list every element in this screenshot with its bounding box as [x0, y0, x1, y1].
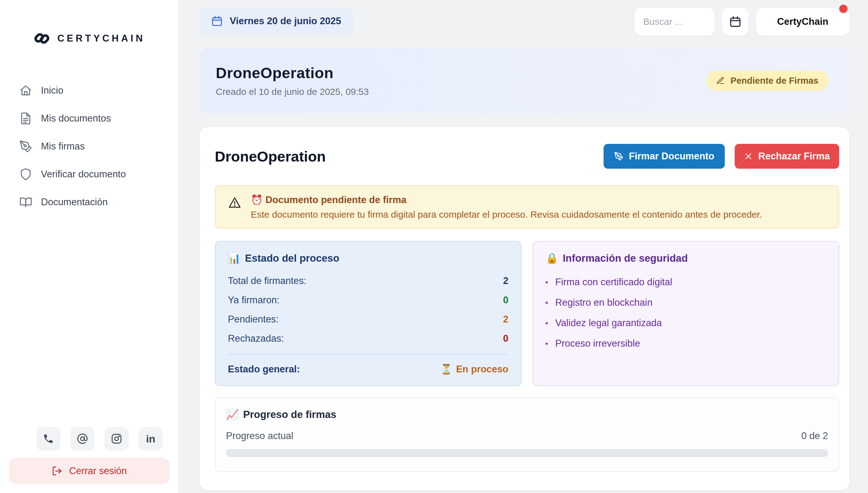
logout-label: Cerrar sesión [69, 466, 127, 476]
x-icon [744, 152, 753, 160]
security-info-panel: 🔒 Información de seguridad Firma con cer… [533, 241, 839, 386]
sidebar: CERTYCHAIN Inicio Mis documentos [0, 0, 178, 493]
progress-count: 0 de 2 [801, 430, 828, 442]
sidebar-item-label: Verificar documento [41, 169, 126, 180]
security-list: Firma con certificado digital Registro e… [546, 277, 826, 349]
process-status-panel: 📊 Estado del proceso Total de firmantes:… [215, 241, 521, 386]
security-list-item: Proceso irreversible [546, 338, 826, 349]
instagram-button[interactable] [105, 427, 129, 451]
at-sign-icon [77, 433, 88, 444]
sidebar-item-mis-documentos[interactable]: Mis documentos [19, 109, 178, 128]
info-panels: 📊 Estado del proceso Total de firmantes:… [215, 241, 839, 386]
bar-chart-emoji-icon: 📊 [228, 252, 241, 264]
notification-dot [839, 5, 848, 13]
bullet-dot [546, 281, 548, 283]
pen-tool-icon [19, 140, 32, 153]
sidebar-item-label: Mis firmas [41, 141, 85, 152]
search-input[interactable] [634, 8, 715, 36]
sidebar-item-mis-firmas[interactable]: Mis firmas [19, 136, 178, 156]
lock-emoji-icon: 🔒 [546, 252, 558, 264]
main-content: Viernes 20 de junio 2025 CertyChain Dron… [178, 0, 868, 493]
process-status-title: 📊 Estado del proceso [228, 252, 508, 264]
sign-document-button[interactable]: Firmar Documento [604, 144, 725, 169]
calendar-icon [729, 16, 741, 28]
logout-icon [52, 466, 62, 476]
phone-button[interactable] [36, 427, 61, 451]
chain-link-logo-icon [33, 31, 50, 46]
email-button[interactable] [70, 427, 94, 451]
status-row: Ya firmaron: 0 [228, 295, 508, 306]
brand-logo: CERTYCHAIN [0, 0, 178, 46]
page-title: DroneOperation [216, 64, 369, 82]
general-status-label: Estado general: [228, 364, 300, 375]
document-header-card: DroneOperation Creado el 10 de junio de … [200, 48, 849, 113]
status-row-value: 2 [503, 314, 508, 325]
file-text-icon [19, 112, 32, 125]
pending-signature-warning: ⏰ Documento pendiente de firma Este docu… [215, 186, 839, 229]
sidebar-item-label: Mis documentos [41, 113, 111, 124]
document-card: DroneOperation Firmar Documento [200, 127, 849, 490]
phone-icon [43, 433, 54, 444]
bullet-dot [546, 302, 548, 304]
status-row-label: Total de firmantes: [228, 275, 306, 286]
status-row-value: 2 [503, 275, 508, 286]
status-row: Rechazadas: 0 [228, 333, 508, 344]
status-row-label: Rechazadas: [228, 333, 284, 344]
reject-signature-button[interactable]: Rechazar Firma [735, 144, 839, 169]
warning-content: ⏰ Documento pendiente de firma Este docu… [251, 194, 762, 220]
sidebar-nav: Inicio Mis documentos Mis firmas [0, 81, 178, 220]
reject-button-label: Rechazar Firma [758, 151, 830, 162]
status-row-label: Ya firmaron: [228, 295, 280, 306]
book-open-icon [19, 196, 32, 209]
status-row-value: 0 [503, 333, 508, 344]
calendar-icon [211, 15, 223, 27]
general-status-row: Estado general: ⏳ En proceso [228, 363, 508, 375]
progress-row: Progreso actual 0 de 2 [226, 430, 828, 442]
logout-button[interactable]: Cerrar sesión [9, 458, 170, 484]
warning-title: ⏰ Documento pendiente de firma [251, 194, 762, 206]
instagram-icon [111, 433, 122, 444]
linkedin-icon: in [146, 433, 155, 445]
user-menu-label: CertyChain [777, 16, 828, 27]
security-list-item: Registro en blockchain [546, 297, 826, 308]
document-actions: Firmar Documento Rechazar Firma [604, 144, 840, 169]
pen-icon [716, 76, 725, 85]
status-badge-label: Pendiente de Firmas [730, 76, 818, 86]
calendar-button[interactable] [722, 8, 748, 36]
shield-icon [19, 168, 32, 181]
signature-progress-panel: 📈 Progreso de firmas Progreso actual 0 d… [215, 397, 839, 472]
warning-body: Este documento requiere tu firma digital… [251, 209, 762, 220]
sidebar-item-documentacion[interactable]: Documentación [19, 192, 178, 212]
sidebar-item-label: Documentación [41, 197, 108, 208]
warning-triangle-icon [228, 196, 241, 210]
security-list-item: Firma con certificado digital [546, 277, 826, 288]
date-chip[interactable]: Viernes 20 de junio 2025 [200, 8, 353, 35]
document-card-header: DroneOperation Firmar Documento [215, 144, 839, 169]
security-list-item: Validez legal garantizada [546, 318, 826, 329]
progress-bar-track [226, 449, 828, 457]
divider [228, 354, 508, 355]
general-status-value: ⏳ En proceso [440, 363, 508, 375]
document-header-info: DroneOperation Creado el 10 de junio de … [216, 64, 369, 97]
status-row: Total de firmantes: 2 [228, 275, 508, 286]
status-row-value: 0 [503, 295, 508, 306]
pen-tool-icon [614, 152, 624, 161]
user-menu-button[interactable]: CertyChain [756, 8, 849, 36]
sidebar-item-label: Inicio [41, 85, 63, 96]
alarm-clock-emoji-icon: ⏰ [251, 194, 263, 205]
security-info-title: 🔒 Información de seguridad [546, 252, 826, 264]
bullet-dot [546, 343, 548, 345]
status-row: Pendientes: 2 [228, 314, 508, 325]
sidebar-item-verificar-documento[interactable]: Verificar documento [19, 164, 178, 184]
document-title: DroneOperation [215, 148, 326, 165]
chart-increasing-emoji-icon: 📈 [226, 408, 239, 421]
hourglass-emoji-icon: ⏳ [440, 363, 452, 375]
status-badge: Pendiente de Firmas [706, 71, 828, 91]
sidebar-item-inicio[interactable]: Inicio [19, 81, 178, 101]
signature-progress-title: 📈 Progreso de firmas [226, 408, 828, 421]
topbar-actions: CertyChain [634, 8, 849, 36]
linkedin-button[interactable]: in [138, 427, 163, 451]
topbar: Viernes 20 de junio 2025 CertyChain [200, 8, 849, 36]
bullet-dot [546, 322, 548, 324]
brand-name: CERTYCHAIN [57, 33, 145, 44]
